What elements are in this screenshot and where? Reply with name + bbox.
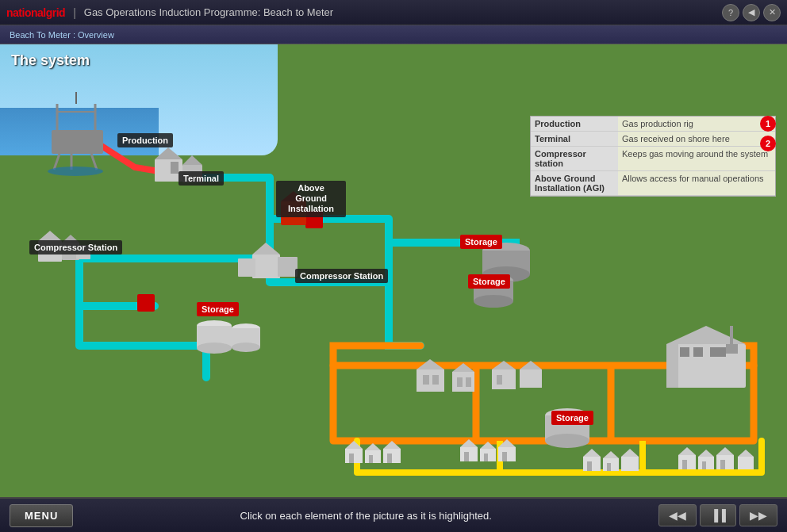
svg-rect-1 [137,294,155,312]
svg-point-40 [232,343,260,352]
info-table-term: Above Ground Installation (AGI) [531,171,618,196]
info-table-term: Terminal [531,132,618,147]
breadcrumb-bar: Beach To Meter : Overview [0,25,787,44]
svg-marker-45 [666,326,746,344]
badge-1[interactable]: 1 [760,116,776,132]
back-button[interactable]: ◀ [743,4,760,21]
forward-button[interactable]: ▶▶ [739,504,777,526]
storage-4-label[interactable]: Storage [551,411,593,425]
svg-point-43 [545,434,589,448]
breadcrumb-text: Beach To Meter : Overview [10,30,114,40]
svg-rect-80 [682,460,687,469]
header-icons: ? ◀ ✕ [722,4,781,21]
svg-rect-99 [497,375,502,385]
svg-marker-74 [603,451,619,458]
svg-line-10 [91,154,97,170]
svg-rect-69 [502,452,507,461]
storage-1-label[interactable]: Storage [460,235,502,249]
svg-rect-51 [710,347,726,357]
svg-rect-50 [693,347,703,357]
footer-controls: ◀◀ ▐▐ ▶▶ [658,504,777,526]
svg-rect-92 [432,375,439,385]
info-table-desc: Allows access for manual operations [618,171,775,196]
info-table: ProductionGas production rigTerminalGas … [530,116,776,197]
svg-marker-26 [252,243,280,255]
svg-marker-85 [716,447,734,455]
svg-marker-77 [621,449,639,457]
svg-marker-82 [698,450,714,457]
svg-rect-60 [387,454,392,463]
svg-rect-76 [621,457,639,471]
svg-marker-79 [678,447,696,455]
svg-marker-13 [155,147,182,159]
svg-rect-72 [587,461,592,471]
main-canvas[interactable]: The system [0,44,787,497]
svg-rect-95 [457,377,463,387]
svg-rect-87 [738,457,754,469]
close-button[interactable]: ✕ [763,4,781,21]
svg-rect-54 [349,454,354,463]
production-label[interactable]: Production [117,133,173,147]
svg-point-37 [197,343,232,354]
info-table-term: Compressor station [531,147,618,171]
storage-2-label[interactable]: Storage [468,274,510,289]
footer-message: Click on each element of the picture as … [81,510,651,522]
terminal-label[interactable]: Terminal [179,171,224,186]
svg-rect-66 [484,454,488,461]
map-svg [0,44,787,497]
logo-separator: | [73,6,76,19]
logo-area: nationalgrid | Gas Operations Induction … [6,6,333,19]
back-nav-button[interactable]: ◀◀ [658,504,697,526]
info-table-term: Production [531,117,618,132]
info-table-desc: Gas received on shore here [618,132,775,147]
svg-point-11 [48,166,103,176]
svg-rect-46 [726,344,738,354]
help-button[interactable]: ? [722,4,739,21]
svg-rect-91 [423,375,429,385]
svg-rect-96 [466,377,471,387]
svg-rect-57 [369,455,373,463]
pause-button[interactable]: ▐▐ [700,504,736,526]
svg-rect-14 [171,162,179,174]
svg-marker-16 [182,155,202,165]
compressor-station-1-label[interactable]: Compressor Station [29,240,122,255]
info-table-desc: Gas production rig [618,117,775,132]
logo-text: nationalgrid [6,6,65,19]
svg-marker-88 [738,450,754,457]
svg-rect-63 [464,452,469,461]
svg-line-8 [54,154,60,170]
svg-rect-100 [520,369,542,388]
system-title: The system [11,52,90,69]
svg-point-34 [474,295,513,308]
footer: MENU Click on each element of the pictur… [0,497,787,532]
info-table-desc: Keeps gas moving around the system [618,147,775,171]
svg-rect-75 [607,463,611,471]
svg-rect-3 [52,130,103,154]
compressor-station-2-label[interactable]: Compressor Station [295,269,388,283]
svg-marker-71 [583,449,601,457]
svg-rect-48 [666,344,678,388]
storage-3-label[interactable]: Storage [197,302,239,316]
svg-rect-97 [492,369,516,389]
app-header: nationalgrid | Gas Operations Induction … [0,0,787,25]
badge-2[interactable]: 2 [760,136,776,151]
svg-rect-25 [252,255,280,278]
svg-rect-86 [720,460,725,469]
svg-rect-49 [680,347,689,357]
svg-rect-83 [702,461,706,469]
above-ground-label[interactable]: Above Ground Installation [276,181,346,217]
svg-rect-89 [417,369,444,392]
svg-rect-28 [238,258,255,277]
menu-button[interactable]: MENU [10,504,73,527]
app-title: Gas Operations Induction Programme: Beac… [84,6,333,18]
